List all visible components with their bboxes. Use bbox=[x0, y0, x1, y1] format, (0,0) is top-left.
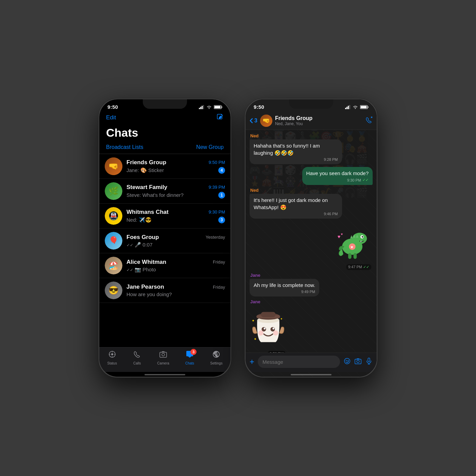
status-tab-icon bbox=[108, 350, 116, 360]
calls-tab-icon bbox=[133, 350, 141, 360]
tab-calls[interactable]: Calls bbox=[133, 350, 141, 365]
wifi-icon-right bbox=[353, 105, 358, 109]
signal-icon bbox=[199, 105, 204, 109]
phone-right: 🎵🎸🎹🎺🎻🥁🎷🎤🎧🎬🎮🕹️🃏🎲♟️🧩🎯🏆🥇🏅🎖️🎪🎠🎡🎢🎟️🎨🖼️🎭🎪🎵🎸🎹🎺🎻… bbox=[245, 99, 377, 377]
svg-rect-14 bbox=[345, 108, 346, 109]
chat-item-stewart-family[interactable]: 🌿 Stewart Family 9:39 PM Steve: What's f… bbox=[99, 179, 231, 204]
chat-item-alice[interactable]: 🏖️ Alice Whitman Friday ✓✓ 📷 Photo bbox=[99, 253, 231, 278]
unread-badge-friends-group: 4 bbox=[218, 167, 225, 174]
msg-text-1: Hahaha that's so funny!! I am laughing 🤣… bbox=[254, 142, 338, 156]
svg-rect-17 bbox=[349, 105, 350, 109]
group-members: Ned, Jane, You bbox=[275, 121, 362, 126]
chat-preview-foes: ✓✓ 🎤 0:07 bbox=[126, 242, 225, 248]
msg-sender-jane-1: Jane bbox=[250, 273, 319, 278]
chats-header-top: Edit bbox=[99, 112, 231, 125]
group-avatar: 🤜 bbox=[260, 115, 272, 127]
svg-point-52 bbox=[357, 360, 359, 362]
avatar-emoji: 🚇 bbox=[105, 207, 122, 225]
edit-button[interactable]: Edit bbox=[106, 114, 116, 121]
msg-bubble-2: Have you seen dark mode? 9:30 PM ✓✓ bbox=[302, 167, 373, 185]
chat-item-jane[interactable]: 😎 Jane Pearson Friday How are you doing? bbox=[99, 278, 231, 303]
msg-sender-jane-2: Jane bbox=[250, 299, 287, 304]
avatar-emoji: 🌿 bbox=[105, 182, 122, 200]
svg-point-18 bbox=[355, 108, 356, 108]
svg-text:♥: ♥ bbox=[351, 245, 353, 250]
status-tab-label: Status bbox=[107, 361, 117, 365]
svg-point-44 bbox=[273, 330, 278, 336]
msg-bubble-1: Ned Hahaha that's so funny!! I am laughi… bbox=[250, 133, 342, 164]
unread-badge-whitmans: 3 bbox=[218, 217, 225, 223]
tab-settings[interactable]: Settings bbox=[210, 350, 222, 365]
sticker-time-4: 9:47 PM ✓✓ bbox=[346, 264, 371, 270]
svg-rect-21 bbox=[361, 106, 367, 108]
chat-preview-stewart: Steve: What's for dinner? bbox=[126, 192, 216, 198]
msg-time-2: 9:30 PM bbox=[347, 178, 361, 182]
msg-bubble-4-sticker: ♥ ♥ ♥ 9:47 PM ✓✓ bbox=[332, 221, 373, 270]
svg-rect-3 bbox=[203, 105, 204, 109]
chat-avatar-alice: 🏖️ bbox=[105, 257, 122, 274]
svg-rect-2 bbox=[202, 106, 203, 109]
chat-avatar-friends-group: 🤜 bbox=[105, 157, 122, 175]
chat-item-whitmans[interactable]: 🚇 Whitmans Chat 9:30 PM Ned: ✈️😎 3 bbox=[99, 204, 231, 228]
broadcast-lists-btn[interactable]: Broadcast Lists bbox=[106, 144, 143, 150]
svg-point-23 bbox=[352, 233, 367, 244]
chat-avatar-jane: 😎 bbox=[105, 282, 122, 299]
svg-point-41 bbox=[264, 328, 265, 329]
wifi-icon bbox=[206, 105, 212, 109]
settings-tab-icon bbox=[212, 350, 220, 360]
chats-tab-badge: 3 bbox=[190, 349, 197, 355]
msg-inner-5: Ah my life is complete now. 9:49 PM bbox=[250, 279, 319, 296]
msg-time-1: 9:28 PM bbox=[324, 157, 338, 162]
new-group-btn[interactable]: New Group bbox=[196, 144, 224, 150]
status-icons-right bbox=[345, 105, 369, 109]
chats-screen: 9:50 bbox=[99, 99, 231, 377]
svg-rect-1 bbox=[200, 107, 201, 109]
add-attachment-button[interactable]: + bbox=[250, 357, 254, 367]
msg-inner-2: Have you seen dark mode? 9:30 PM ✓✓ bbox=[302, 167, 373, 185]
chat-item-friends-group[interactable]: 🤜 Friends Group 9:50 PM Jane: 🎨 Sticker … bbox=[99, 154, 231, 179]
header-info[interactable]: Friends Group Ned, Jane, You bbox=[275, 115, 362, 126]
chat-item-foes-group[interactable]: 🎈 Foes Group Yesterday ✓✓ 🎤 0:07 bbox=[99, 228, 231, 253]
msg-inner-3: It's here!! I just got dark mode on What… bbox=[250, 194, 342, 219]
message-input[interactable] bbox=[258, 356, 340, 368]
battery-icon-right bbox=[360, 105, 369, 109]
msg-sender-ned-2: Ned bbox=[250, 188, 342, 193]
chat-avatar-foes: 🎈 bbox=[105, 232, 122, 250]
chat-time-jane: Friday bbox=[213, 285, 225, 290]
messages-area: Ned Hahaha that's so funny!! I am laughi… bbox=[245, 130, 377, 353]
compose-icon[interactable] bbox=[216, 113, 224, 122]
tab-status[interactable]: Status bbox=[107, 350, 117, 365]
msg-inner-1: Hahaha that's so funny!! I am laughing 🤣… bbox=[250, 139, 342, 164]
chat-name-whitmans: Whitmans Chat bbox=[126, 209, 169, 216]
svg-point-10 bbox=[111, 353, 113, 355]
power-btn-right bbox=[377, 160, 377, 181]
chat-name-foes: Foes Group bbox=[126, 234, 159, 241]
time-left: 9:50 bbox=[107, 104, 118, 110]
microphone-button[interactable] bbox=[365, 357, 373, 367]
sticker-button[interactable] bbox=[343, 357, 351, 367]
chat-name-jane: Jane Pearson bbox=[126, 284, 164, 290]
back-button[interactable]: 3 bbox=[250, 118, 257, 124]
tab-chats[interactable]: 3 Chats bbox=[185, 350, 194, 365]
svg-point-12 bbox=[162, 353, 165, 356]
chat-time-friends-group: 9:50 PM bbox=[209, 160, 225, 165]
tab-camera[interactable]: Camera bbox=[157, 350, 169, 365]
power-btn bbox=[231, 160, 231, 181]
svg-text:✦: ✦ bbox=[254, 337, 257, 341]
chat-info-friends-group: Friends Group 9:50 PM Jane: 🎨 Sticker 4 bbox=[126, 159, 225, 174]
chat-info-jane: Jane Pearson Friday How are you doing? bbox=[126, 284, 225, 297]
msg-bubble-6-sticker: Jane bbox=[250, 299, 287, 353]
tab-bar: Status Calls bbox=[99, 347, 231, 372]
status-bar-left: 9:50 bbox=[99, 99, 231, 112]
camera-tab-label: Camera bbox=[157, 361, 169, 365]
svg-rect-32 bbox=[354, 253, 357, 259]
chats-title: Chats bbox=[99, 125, 231, 143]
msg-time-5: 9:49 PM bbox=[301, 290, 315, 294]
chat-info-alice: Alice Whitman Friday ✓✓ 📷 Photo bbox=[126, 259, 225, 273]
svg-rect-6 bbox=[222, 106, 222, 108]
call-button[interactable] bbox=[365, 116, 373, 125]
msg-text-5: Ah my life is complete now. bbox=[254, 282, 315, 289]
chat-preview-jane: How are you doing? bbox=[126, 291, 225, 297]
camera-button[interactable] bbox=[354, 357, 362, 367]
time-right: 9:50 bbox=[254, 104, 264, 110]
